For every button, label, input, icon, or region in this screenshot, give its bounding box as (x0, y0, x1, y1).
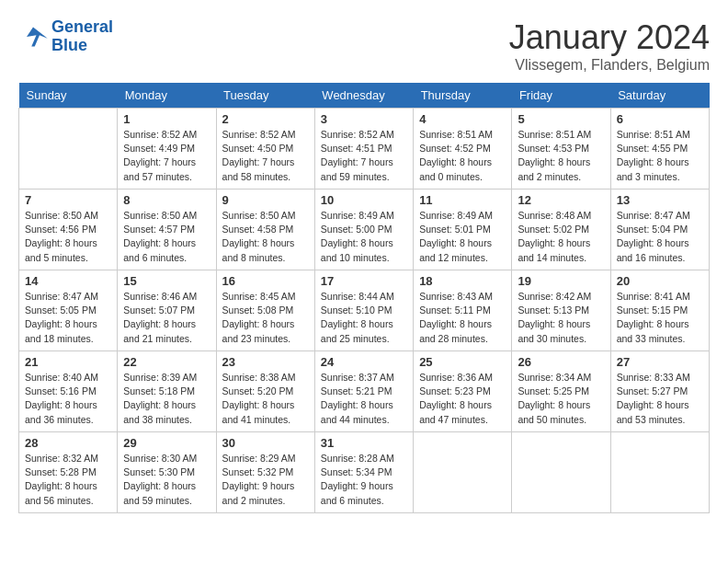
calendar-cell: 6Sunrise: 8:51 AM Sunset: 4:55 PM Daylig… (610, 109, 709, 190)
calendar-week-row: 21Sunrise: 8:40 AM Sunset: 5:16 PM Dayli… (19, 351, 710, 432)
day-number: 10 (321, 193, 407, 207)
calendar-cell: 10Sunrise: 8:49 AM Sunset: 5:00 PM Dayli… (314, 190, 413, 270)
calendar-week-row: 14Sunrise: 8:47 AM Sunset: 5:05 PM Dayli… (19, 270, 710, 351)
calendar-cell: 15Sunrise: 8:46 AM Sunset: 5:07 PM Dayli… (118, 270, 216, 351)
calendar-week-row: 1Sunrise: 8:52 AM Sunset: 4:49 PM Daylig… (19, 109, 710, 190)
day-number: 29 (123, 436, 210, 450)
day-number: 27 (617, 355, 703, 369)
calendar-cell: 9Sunrise: 8:50 AM Sunset: 4:58 PM Daylig… (216, 190, 314, 270)
calendar-cell: 3Sunrise: 8:52 AM Sunset: 4:51 PM Daylig… (314, 109, 413, 190)
calendar-cell: 14Sunrise: 8:47 AM Sunset: 5:05 PM Dayli… (19, 270, 118, 351)
day-number: 2 (222, 112, 309, 126)
day-info: Sunrise: 8:45 AM Sunset: 5:08 PM Dayligh… (222, 290, 309, 346)
day-number: 18 (419, 274, 506, 288)
calendar-cell: 31Sunrise: 8:28 AM Sunset: 5:34 PM Dayli… (314, 432, 413, 513)
day-info: Sunrise: 8:47 AM Sunset: 5:04 PM Dayligh… (617, 209, 703, 265)
calendar-cell: 12Sunrise: 8:48 AM Sunset: 5:02 PM Dayli… (512, 190, 610, 270)
calendar-cell: 17Sunrise: 8:44 AM Sunset: 5:10 PM Dayli… (314, 270, 413, 351)
calendar-cell: 22Sunrise: 8:39 AM Sunset: 5:18 PM Dayli… (118, 351, 216, 432)
day-number: 25 (419, 355, 506, 369)
day-info: Sunrise: 8:51 AM Sunset: 4:53 PM Dayligh… (518, 128, 604, 184)
logo-line2: Blue (51, 36, 87, 54)
weekday-header-wednesday: Wednesday (314, 83, 413, 109)
day-info: Sunrise: 8:50 AM Sunset: 4:58 PM Dayligh… (222, 209, 309, 265)
day-number: 22 (123, 355, 210, 369)
day-info: Sunrise: 8:49 AM Sunset: 5:00 PM Dayligh… (321, 209, 407, 265)
day-info: Sunrise: 8:42 AM Sunset: 5:13 PM Dayligh… (518, 290, 604, 346)
day-info: Sunrise: 8:46 AM Sunset: 5:07 PM Dayligh… (123, 290, 210, 346)
day-info: Sunrise: 8:29 AM Sunset: 5:32 PM Dayligh… (222, 452, 309, 508)
calendar-week-row: 28Sunrise: 8:32 AM Sunset: 5:28 PM Dayli… (19, 432, 710, 513)
day-number: 26 (518, 355, 604, 369)
day-info: Sunrise: 8:44 AM Sunset: 5:10 PM Dayligh… (321, 290, 407, 346)
svg-marker-0 (27, 27, 48, 46)
day-number: 19 (518, 274, 604, 288)
calendar-cell: 18Sunrise: 8:43 AM Sunset: 5:11 PM Dayli… (414, 270, 512, 351)
logo-text: General Blue (51, 18, 113, 55)
day-number: 8 (123, 193, 210, 207)
calendar-cell: 21Sunrise: 8:40 AM Sunset: 5:16 PM Dayli… (19, 351, 118, 432)
calendar-cell: 11Sunrise: 8:49 AM Sunset: 5:01 PM Dayli… (414, 190, 512, 270)
header: General Blue January 2024 Vlissegem, Fla… (18, 18, 710, 74)
day-info: Sunrise: 8:52 AM Sunset: 4:50 PM Dayligh… (222, 128, 309, 184)
day-info: Sunrise: 8:48 AM Sunset: 5:02 PM Dayligh… (518, 209, 604, 265)
calendar-cell (19, 109, 118, 190)
day-number: 4 (419, 112, 506, 126)
day-number: 3 (321, 112, 407, 126)
calendar-cell (414, 432, 512, 513)
day-info: Sunrise: 8:51 AM Sunset: 4:52 PM Dayligh… (419, 128, 506, 184)
calendar-cell: 26Sunrise: 8:34 AM Sunset: 5:25 PM Dayli… (512, 351, 610, 432)
day-info: Sunrise: 8:52 AM Sunset: 4:49 PM Dayligh… (123, 128, 210, 184)
weekday-header-monday: Monday (118, 83, 216, 109)
day-info: Sunrise: 8:50 AM Sunset: 4:57 PM Dayligh… (123, 209, 210, 265)
day-info: Sunrise: 8:32 AM Sunset: 5:28 PM Dayligh… (25, 452, 111, 508)
day-info: Sunrise: 8:34 AM Sunset: 5:25 PM Dayligh… (518, 371, 604, 427)
calendar-cell: 23Sunrise: 8:38 AM Sunset: 5:20 PM Dayli… (216, 351, 314, 432)
day-info: Sunrise: 8:52 AM Sunset: 4:51 PM Dayligh… (321, 128, 407, 184)
calendar-cell: 24Sunrise: 8:37 AM Sunset: 5:21 PM Dayli… (314, 351, 413, 432)
calendar-cell: 1Sunrise: 8:52 AM Sunset: 4:49 PM Daylig… (118, 109, 216, 190)
logo-icon (18, 24, 48, 50)
calendar-cell: 27Sunrise: 8:33 AM Sunset: 5:27 PM Dayli… (610, 351, 709, 432)
day-info: Sunrise: 8:33 AM Sunset: 5:27 PM Dayligh… (617, 371, 703, 427)
calendar-cell: 25Sunrise: 8:36 AM Sunset: 5:23 PM Dayli… (414, 351, 512, 432)
day-info: Sunrise: 8:39 AM Sunset: 5:18 PM Dayligh… (123, 371, 210, 427)
logo-line1: General (51, 17, 113, 36)
weekday-header-friday: Friday (512, 83, 610, 109)
calendar-cell: 30Sunrise: 8:29 AM Sunset: 5:32 PM Dayli… (216, 432, 314, 513)
weekday-header-thursday: Thursday (414, 83, 512, 109)
calendar-week-row: 7Sunrise: 8:50 AM Sunset: 4:56 PM Daylig… (19, 190, 710, 270)
day-info: Sunrise: 8:40 AM Sunset: 5:16 PM Dayligh… (25, 371, 111, 427)
day-number: 31 (321, 436, 407, 450)
calendar-cell: 5Sunrise: 8:51 AM Sunset: 4:53 PM Daylig… (512, 109, 610, 190)
calendar-cell (512, 432, 610, 513)
calendar-cell: 28Sunrise: 8:32 AM Sunset: 5:28 PM Dayli… (19, 432, 118, 513)
calendar-cell: 13Sunrise: 8:47 AM Sunset: 5:04 PM Dayli… (610, 190, 709, 270)
day-number: 9 (222, 193, 309, 207)
calendar-cell: 19Sunrise: 8:42 AM Sunset: 5:13 PM Dayli… (512, 270, 610, 351)
calendar-cell: 29Sunrise: 8:30 AM Sunset: 5:30 PM Dayli… (118, 432, 216, 513)
calendar-cell: 20Sunrise: 8:41 AM Sunset: 5:15 PM Dayli… (610, 270, 709, 351)
day-info: Sunrise: 8:51 AM Sunset: 4:55 PM Dayligh… (617, 128, 703, 184)
day-info: Sunrise: 8:50 AM Sunset: 4:56 PM Dayligh… (25, 209, 111, 265)
day-number: 1 (123, 112, 210, 126)
day-number: 28 (25, 436, 111, 450)
day-number: 12 (518, 193, 604, 207)
day-info: Sunrise: 8:37 AM Sunset: 5:21 PM Dayligh… (321, 371, 407, 427)
day-info: Sunrise: 8:47 AM Sunset: 5:05 PM Dayligh… (25, 290, 111, 346)
day-info: Sunrise: 8:36 AM Sunset: 5:23 PM Dayligh… (419, 371, 506, 427)
weekday-header-sunday: Sunday (19, 83, 118, 109)
title-section: January 2024 Vlissegem, Flanders, Belgiu… (509, 18, 710, 74)
day-number: 17 (321, 274, 407, 288)
day-number: 20 (617, 274, 703, 288)
day-number: 23 (222, 355, 309, 369)
calendar-cell: 7Sunrise: 8:50 AM Sunset: 4:56 PM Daylig… (19, 190, 118, 270)
weekday-header-tuesday: Tuesday (216, 83, 314, 109)
calendar-cell: 4Sunrise: 8:51 AM Sunset: 4:52 PM Daylig… (414, 109, 512, 190)
main-title: January 2024 (509, 18, 710, 57)
day-number: 15 (123, 274, 210, 288)
calendar-table: SundayMondayTuesdayWednesdayThursdayFrid… (18, 83, 710, 513)
calendar-cell: 8Sunrise: 8:50 AM Sunset: 4:57 PM Daylig… (118, 190, 216, 270)
calendar-cell: 2Sunrise: 8:52 AM Sunset: 4:50 PM Daylig… (216, 109, 314, 190)
day-number: 6 (617, 112, 703, 126)
